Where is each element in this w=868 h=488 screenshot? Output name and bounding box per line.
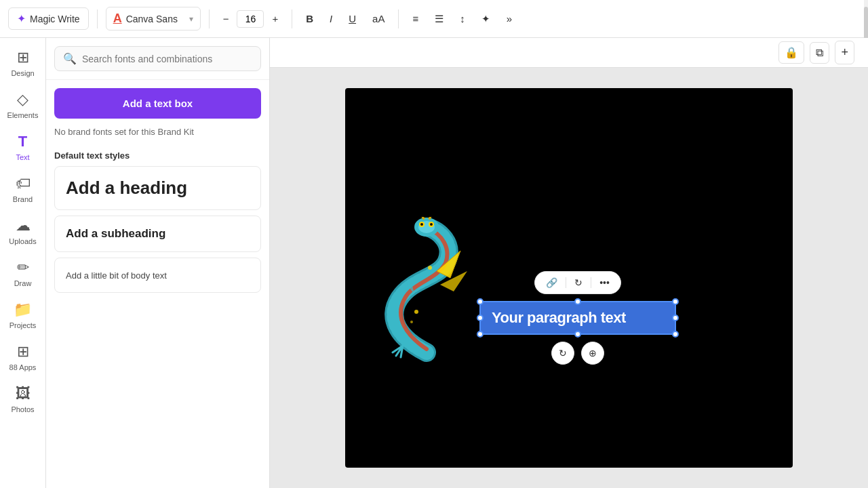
elements-icon: ◇ [17, 91, 28, 108]
sidebar-item-draw[interactable]: ✏ Draw [3, 253, 43, 293]
sidebar-item-brand[interactable]: 🏷 Brand [3, 169, 43, 209]
case-button[interactable]: aA [367, 9, 390, 28]
font-size-control: − + [218, 9, 284, 28]
handle-bottom-right[interactable] [672, 331, 679, 338]
sidebar-item-uploads[interactable]: ☁ Uploads [3, 211, 43, 251]
photos-icon: 🖼 [16, 385, 31, 403]
align-button[interactable]: ≡ [407, 9, 424, 28]
text-refresh-button[interactable]: ↻ [572, 276, 585, 289]
handle-bottom-mid[interactable] [574, 331, 581, 338]
paragraph-text[interactable]: Your paragraph text [492, 309, 626, 326]
more-button[interactable]: » [501, 9, 517, 28]
toolbar-divider-3 [292, 9, 292, 28]
canvas-area: 🔒 ⧉ + [270, 38, 868, 488]
svg-point-5 [430, 223, 433, 226]
canvas-secondary-toolbar: 🔒 ⧉ + [270, 38, 868, 68]
link-icon: 🔗 [546, 277, 557, 288]
design-icon: ⊞ [17, 49, 29, 66]
svg-point-8 [428, 266, 432, 270]
search-box[interactable]: 🔍 [54, 46, 261, 71]
heading-style-card[interactable]: Add a heading [54, 166, 261, 210]
canvas[interactable]: 🔗 ↻ ••• [345, 88, 793, 468]
expand-button[interactable]: ⊕ [581, 342, 604, 365]
line-spacing-button[interactable]: ↕ [454, 9, 471, 28]
text-box-bottom-toolbar: ↻ ⊕ [551, 342, 604, 365]
copy-style-button[interactable]: ⧉ [810, 42, 829, 64]
heading-style-text: Add a heading [66, 178, 187, 198]
text-more-button[interactable]: ••• [597, 276, 612, 289]
sidebar-item-text[interactable]: T Text [3, 127, 43, 167]
font-size-decrease-button[interactable]: − [218, 9, 235, 28]
font-panel-header: 🔍 [46, 38, 269, 80]
handle-mid-left[interactable] [477, 314, 484, 321]
brand-icon: 🏷 [16, 175, 31, 192]
search-input[interactable] [82, 54, 252, 64]
magic-write-label: Magic Write [30, 14, 80, 24]
sidebar-label-projects: Projects [9, 321, 37, 329]
body-style-card[interactable]: Add a little bit of body text [54, 258, 261, 293]
sidebar-item-apps[interactable]: ⊞ 88 Apps [3, 338, 43, 377]
handle-top-mid[interactable] [574, 298, 581, 305]
sidebar-item-projects[interactable]: 📁 Projects [3, 296, 43, 335]
svg-point-3 [420, 223, 423, 226]
brand-kit-notice: No brand fonts set for this Brand Kit [46, 127, 269, 145]
bold-button[interactable]: B [300, 9, 319, 28]
text-toolbar-divider [566, 277, 566, 288]
font-a-icon: A [113, 12, 122, 26]
text-style-items: Add a heading Add a subheading Add a lit… [46, 166, 269, 293]
font-selector-button[interactable]: A Canva Sans ▾ [106, 7, 201, 30]
sidebar-item-photos[interactable]: 🖼 Photos [3, 380, 43, 419]
canvas-wrapper: 🔗 ↻ ••• [325, 68, 813, 488]
selected-text-box[interactable]: Your paragraph text [479, 301, 676, 335]
sidebar-label-draw: Draw [14, 279, 32, 287]
handle-top-right[interactable] [672, 298, 679, 305]
sidebar-label-text: Text [16, 153, 29, 161]
subheading-style-text: Add a subheading [66, 227, 165, 240]
font-size-input[interactable] [237, 10, 264, 28]
font-name-label: Canva Sans [126, 14, 178, 24]
add-element-button[interactable]: + [835, 41, 854, 64]
svg-point-6 [414, 310, 418, 314]
list-button[interactable]: ☰ [429, 9, 449, 29]
svg-point-7 [410, 321, 413, 323]
dragon-image [372, 217, 481, 366]
refresh-icon: ↻ [574, 277, 583, 288]
lock-button[interactable]: 🔒 [778, 41, 804, 64]
toolbar-divider-1 [97, 9, 98, 28]
rotate-button[interactable]: ↻ [551, 342, 574, 365]
magic-write-button[interactable]: ✦ Magic Write [8, 7, 89, 30]
main-area: ⊞ Design ◇ Elements T Text 🏷 Brand ☁ Upl… [0, 38, 868, 488]
handle-mid-right[interactable] [672, 314, 679, 321]
icon-sidebar: ⊞ Design ◇ Elements T Text 🏷 Brand ☁ Upl… [0, 38, 46, 488]
body-style-text: Add a little bit of body text [66, 270, 167, 281]
sidebar-label-apps: 88 Apps [9, 363, 37, 371]
effects-button[interactable]: ✦ [476, 9, 496, 29]
font-dropdown-icon: ▾ [189, 14, 193, 24]
text-link-button[interactable]: 🔗 [543, 276, 560, 289]
sidebar-item-design[interactable]: ⊞ Design [3, 43, 43, 83]
apps-icon: ⊞ [17, 343, 29, 361]
add-textbox-button[interactable]: Add a text box [54, 88, 261, 119]
sidebar-label-design: Design [11, 69, 34, 77]
font-size-increase-button[interactable]: + [267, 9, 283, 28]
draw-icon: ✏ [17, 259, 29, 277]
underline-button[interactable]: U [343, 9, 361, 28]
projects-icon: 📁 [14, 301, 32, 319]
toolbar-divider-4 [398, 9, 399, 28]
italic-button[interactable]: I [324, 9, 338, 28]
dragon-svg [372, 217, 481, 366]
search-icon: 🔍 [63, 52, 77, 65]
rotate-icon: ↻ [559, 348, 567, 359]
sidebar-item-elements[interactable]: ◇ Elements [3, 85, 43, 125]
handle-top-left[interactable] [477, 298, 484, 305]
default-text-styles-label: Default text styles [46, 145, 269, 166]
top-toolbar: ✦ Magic Write A Canva Sans ▾ − + B I U a… [0, 0, 868, 38]
expand-icon: ⊕ [589, 348, 597, 359]
sidebar-label-elements: Elements [7, 111, 39, 119]
handle-bottom-left[interactable] [477, 331, 484, 338]
text-icon: T [18, 133, 27, 150]
text-box-toolbar: 🔗 ↻ ••• [534, 271, 621, 294]
subheading-style-card[interactable]: Add a subheading [54, 216, 261, 252]
uploads-icon: ☁ [16, 217, 31, 235]
text-box-container: 🔗 ↻ ••• [479, 271, 676, 365]
